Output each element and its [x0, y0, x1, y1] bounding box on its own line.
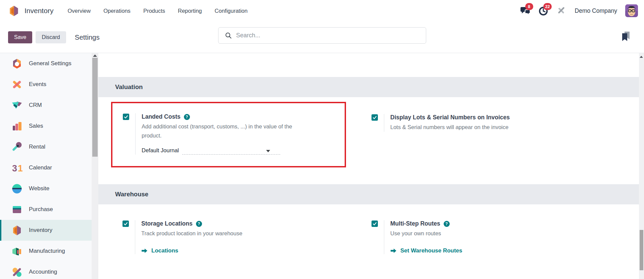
crm-icon [11, 100, 22, 111]
sales-icon [11, 121, 22, 132]
sidebar-item-events[interactable]: Events [0, 74, 92, 95]
default-journal-field[interactable]: Default Journal [142, 146, 340, 155]
sidebar-item-calendar[interactable]: 3 1 Calendar [0, 157, 92, 178]
user-avatar[interactable] [625, 4, 638, 17]
warehouse-settings-row: Storage Locations ? Track product locati… [98, 204, 644, 254]
company-name[interactable]: Demo Company [575, 7, 617, 14]
sidebar-item-accounting[interactable]: Accounting [0, 262, 92, 279]
calendar-icon: 3 1 [11, 162, 22, 173]
sidebar-item-website[interactable]: Website [0, 178, 92, 199]
locations-link[interactable]: Locations [141, 247, 347, 254]
search-box[interactable] [218, 27, 426, 44]
search-input[interactable] [236, 32, 421, 39]
settings-content: Valuation Landed Costs ? [98, 53, 644, 279]
storage-locations-label: Storage Locations [141, 220, 193, 227]
setting-landed-costs: Landed Costs ? Add additional cost (tran… [123, 113, 340, 155]
search-icon [225, 32, 232, 39]
section-header-valuation: Valuation [98, 77, 644, 97]
menu-overview[interactable]: Overview [67, 8, 91, 14]
display-lots-description: Lots & Serial numbers will appear on the… [390, 123, 644, 132]
tools-icon[interactable] [557, 6, 565, 16]
inventory-app-logo-icon[interactable] [8, 5, 20, 17]
multi-step-routes-label: Multi-Step Routes [390, 220, 440, 227]
content-top-spacer [98, 53, 644, 77]
arrow-right-icon [390, 248, 397, 253]
activities-clock-icon[interactable]: 22 [539, 6, 549, 16]
discard-button[interactable]: Discard [36, 31, 66, 43]
setting-display-lots: Display Lots & Serial Numbers on Invoice… [371, 114, 644, 132]
main-scroll-up-arrow[interactable] [640, 56, 643, 58]
main-scrollbar[interactable] [639, 53, 644, 279]
top-navbar: Inventory Overview Operations Products R… [0, 0, 644, 22]
setting-multi-step-routes: Multi-Step Routes ? Use your own routes … [371, 220, 644, 254]
sidebar-scrollbar[interactable] [92, 53, 98, 279]
section-header-warehouse: Warehouse [98, 184, 644, 204]
set-warehouse-routes-link[interactable]: Set Warehouse Routes [390, 247, 644, 254]
menu-configuration[interactable]: Configuration [215, 8, 248, 14]
landed-costs-help-icon[interactable]: ? [184, 114, 190, 120]
menu-operations[interactable]: Operations [103, 8, 131, 14]
bookmark-icon[interactable] [621, 31, 631, 42]
multi-step-routes-checkbox[interactable] [371, 221, 378, 227]
sidebar-item-rental[interactable]: Rental [0, 136, 92, 157]
sidebar-item-manufacturing[interactable]: Manufacturing [0, 241, 92, 262]
app-name[interactable]: Inventory [24, 7, 53, 15]
main-scrollbar-thumb[interactable] [640, 230, 643, 270]
main-menu: Overview Operations Products Reporting C… [67, 8, 247, 14]
landed-costs-checkbox[interactable] [123, 114, 129, 120]
default-journal-dropdown[interactable] [182, 146, 280, 155]
default-journal-label: Default Journal [142, 147, 179, 155]
page-title: Settings [75, 33, 100, 41]
messages-icon[interactable]: 8 [521, 6, 531, 16]
save-button[interactable]: Save [8, 31, 32, 43]
sidebar-item-crm[interactable]: CRM [0, 95, 92, 116]
svg-text:3: 3 [12, 163, 17, 173]
accounting-icon [11, 267, 22, 278]
website-icon [11, 183, 22, 194]
inventory-icon [11, 225, 22, 236]
storage-locations-help-icon[interactable]: ? [196, 221, 202, 227]
tour-highlight-box: Landed Costs ? Add additional cost (tran… [111, 102, 346, 167]
manufacturing-icon [11, 246, 22, 257]
sidebar-item-inventory[interactable]: Inventory [0, 220, 92, 241]
purchase-icon [11, 204, 22, 215]
rental-icon [11, 142, 22, 153]
messages-badge: 8 [525, 3, 533, 10]
settings-sidebar: General Settings Events CRM Sales [0, 53, 92, 279]
landed-costs-description: Add additional cost (transport, customs,… [142, 122, 311, 140]
svg-text:1: 1 [18, 163, 22, 173]
sidebar-item-purchase[interactable]: Purchase [0, 199, 92, 220]
sidebar-item-general-settings[interactable]: General Settings [0, 53, 92, 74]
chevron-down-icon [266, 150, 270, 152]
settings-body: General Settings Events CRM Sales [0, 53, 644, 279]
storage-locations-description: Track product location in your warehouse [141, 229, 347, 238]
valuation-settings-row: Landed Costs ? Add additional cost (tran… [98, 97, 644, 167]
activities-badge: 22 [543, 3, 552, 10]
multi-step-routes-help-icon[interactable]: ? [444, 221, 450, 227]
sidebar-item-sales[interactable]: Sales [0, 116, 92, 136]
display-lots-label: Display Lots & Serial Numbers on Invoice… [390, 114, 510, 121]
general-settings-icon [11, 58, 22, 69]
display-lots-checkbox[interactable] [371, 114, 378, 121]
events-icon [11, 79, 22, 90]
menu-reporting[interactable]: Reporting [178, 8, 202, 14]
storage-locations-checkbox[interactable] [122, 221, 129, 227]
multi-step-routes-description: Use your own routes [390, 229, 644, 238]
control-bar: Save Discard Settings [0, 22, 644, 53]
systray: 8 22 Demo Company [521, 4, 638, 17]
sidebar-scrollbar-thumb[interactable] [92, 58, 98, 157]
setting-storage-locations: Storage Locations ? Track product locati… [122, 220, 347, 254]
sidebar-scroll-up-arrow[interactable] [93, 54, 97, 57]
arrow-right-icon [141, 248, 148, 253]
landed-costs-label: Landed Costs [142, 113, 181, 120]
menu-products[interactable]: Products [143, 8, 165, 14]
